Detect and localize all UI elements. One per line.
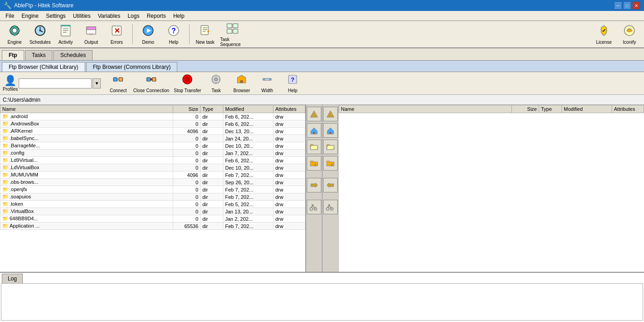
demo-button[interactable]: Demo — [136, 23, 160, 46]
minimize-button[interactable]: ─ — [614, 1, 622, 10]
help-button[interactable]: ? Help — [162, 23, 185, 46]
table-row[interactable]: 📁.AndrowsBox 0 dir Feb 6, 202... drw — [0, 120, 305, 128]
right-col-modified[interactable]: Modified — [562, 105, 612, 113]
table-row[interactable]: 📁648BB9D4... 0 dir Jan 2, 202... drw — [0, 215, 305, 223]
toolbar-separator-2 — [189, 24, 190, 44]
ftp-toolbar: 👤 Profiles ▼ Connect Close Connection — [0, 72, 644, 95]
license-button[interactable]: License — [592, 23, 616, 46]
ftp-help-button[interactable]: ? Help — [281, 73, 304, 94]
close-button[interactable]: ✕ — [632, 1, 640, 10]
panels-area: Name Size Type Modified Attributes 📁.and… — [0, 105, 644, 272]
sub-tab-commons[interactable]: Ftp Browser (Commons Library) — [86, 62, 178, 72]
left-nav-folder-open[interactable] — [307, 140, 321, 154]
log-content[interactable] — [1, 283, 643, 321]
menu-reports[interactable]: Reports — [143, 12, 170, 20]
tab-schedules[interactable]: Schedules — [53, 50, 93, 60]
title-bar-controls: ─ □ ✕ — [614, 1, 640, 10]
left-file-table-wrapper[interactable]: Name Size Type Modified Attributes 📁.and… — [0, 105, 305, 272]
right-file-table-wrapper[interactable]: Name Size Type Modified Attributes — [339, 105, 644, 272]
cell-type: dir — [201, 142, 223, 150]
left-nav-folder-new[interactable] — [307, 156, 321, 171]
demo-icon — [142, 24, 155, 39]
tasksequence-button[interactable]: Task Sequence — [219, 20, 246, 48]
right-nav-folder-open[interactable] — [323, 140, 338, 154]
table-row[interactable]: 📁.VirtualBox 0 dir Jan 13, 20... drw — [0, 208, 305, 215]
tab-ftp[interactable]: Ftp — [2, 50, 24, 60]
menu-logs[interactable]: Logs — [124, 12, 143, 20]
right-col-attributes[interactable]: Attributes — [612, 105, 644, 113]
table-row[interactable]: 📁.android 0 dir Feb 6, 202... drw — [0, 113, 305, 120]
svg-rect-11 — [61, 26, 70, 36]
close-connection-button[interactable]: Close Connection — [132, 73, 170, 94]
col-attributes[interactable]: Attributes — [273, 105, 305, 113]
table-row[interactable]: 📁.soapuios 0 dir Feb 7, 202... drw — [0, 193, 305, 201]
cell-size: 0 — [173, 186, 201, 193]
cell-size: 0 — [173, 164, 201, 171]
menu-settings[interactable]: Settings — [42, 12, 69, 20]
maximize-button[interactable]: □ — [623, 1, 631, 10]
table-row[interactable]: 📁.babelSync... 0 dir Jan 24, 20... drw — [0, 135, 305, 142]
menu-utilities[interactable]: Utilities — [69, 12, 94, 20]
sub-tab-chilkat[interactable]: Ftp Browser (Chilkat Library) — [2, 62, 85, 72]
table-row[interactable]: 📁.BarrageMe... 0 dir Dec 10, 20... drw — [0, 142, 305, 150]
cell-size: 65536 — [173, 223, 201, 230]
connect-button[interactable]: Connect — [106, 73, 130, 94]
profiles-dropdown-button[interactable]: ▼ — [93, 78, 101, 88]
table-row[interactable]: 📁.obs-brows... 0 dir Sep 26, 20... drw — [0, 179, 305, 186]
cell-modified: Jan 13, 20... — [223, 208, 273, 215]
right-nav-home[interactable] — [323, 123, 338, 138]
browser-button[interactable]: Browser — [230, 73, 253, 94]
table-row[interactable]: 📁.Ld9Virtual... 0 dir Feb 6, 202... drw — [0, 157, 305, 164]
left-nav-home[interactable] — [307, 123, 321, 138]
tasksequence-icon — [226, 21, 239, 36]
table-row[interactable]: 📁.token 0 dir Feb 5, 202... drw — [0, 201, 305, 208]
menu-file[interactable]: File — [2, 12, 18, 20]
stop-transfer-button[interactable]: Stop Transfer — [172, 73, 202, 94]
table-row[interactable]: 📁.MUMUVMM 4096 dir Feb 7, 202... drw — [0, 171, 305, 179]
menu-engine[interactable]: Engine — [18, 12, 42, 20]
right-nav-up[interactable] — [323, 107, 338, 121]
cell-type: dir — [201, 120, 223, 128]
menu-variables[interactable]: Variables — [94, 12, 124, 20]
right-col-type[interactable]: Type — [539, 105, 562, 113]
newtask-button[interactable]: New task — [193, 23, 217, 46]
engine-button[interactable]: Engine — [3, 23, 26, 46]
left-nav-up[interactable] — [307, 107, 321, 121]
task-button[interactable]: Task — [204, 73, 228, 94]
cell-attributes: drw — [273, 128, 305, 135]
help-icon: ? — [167, 24, 180, 39]
cell-name: 📁.config — [0, 150, 173, 157]
cell-size: 4096 — [173, 128, 201, 135]
right-col-size[interactable]: Size — [512, 105, 539, 113]
schedules-button[interactable]: Schedules — [28, 23, 52, 46]
activity-button[interactable]: Activity — [54, 23, 77, 46]
iconify-button[interactable]: Iconify — [618, 23, 641, 46]
right-col-name[interactable]: Name — [339, 105, 512, 113]
col-name[interactable]: Name — [0, 105, 173, 113]
profiles-select[interactable] — [19, 78, 92, 88]
table-row[interactable]: 📁.config 0 dir Jan 7, 202... drw — [0, 150, 305, 157]
table-row[interactable]: 📁.ARKernel 4096 dir Dec 13, 20... drw — [0, 128, 305, 135]
table-row[interactable]: 📁Application ... 65536 dir Feb 7, 202...… — [0, 223, 305, 230]
table-row[interactable]: 📁.LdVirtualBox 0 dir Dec 10, 20... drw — [0, 164, 305, 171]
menu-help[interactable]: Help — [170, 12, 188, 20]
col-type[interactable]: Type — [201, 105, 223, 113]
tab-tasks[interactable]: Tasks — [25, 50, 53, 60]
width-button[interactable]: Width — [255, 73, 279, 94]
left-nav-transfer-right[interactable] — [307, 178, 321, 192]
log-tab[interactable]: Log — [2, 274, 23, 283]
right-nav-folder-new[interactable] — [323, 156, 338, 171]
right-nav-cut[interactable] — [323, 200, 338, 214]
output-button[interactable]: Output — [79, 23, 103, 46]
left-nav-cut[interactable] — [307, 200, 321, 214]
table-row[interactable]: 📁.openjfx 0 dir Feb 7, 202... drw — [0, 186, 305, 193]
cell-attributes: drw — [273, 142, 305, 150]
errors-button[interactable]: ✕ Errors — [105, 23, 129, 46]
col-size[interactable]: Size — [173, 105, 201, 113]
svg-rect-47 — [219, 79, 221, 80]
right-nav-transfer-left[interactable] — [323, 178, 338, 192]
cell-type: dir — [201, 113, 223, 120]
connect-label: Connect — [110, 88, 127, 93]
path-bar: C:\Users\admin — [0, 95, 644, 105]
col-modified[interactable]: Modified — [223, 105, 273, 113]
